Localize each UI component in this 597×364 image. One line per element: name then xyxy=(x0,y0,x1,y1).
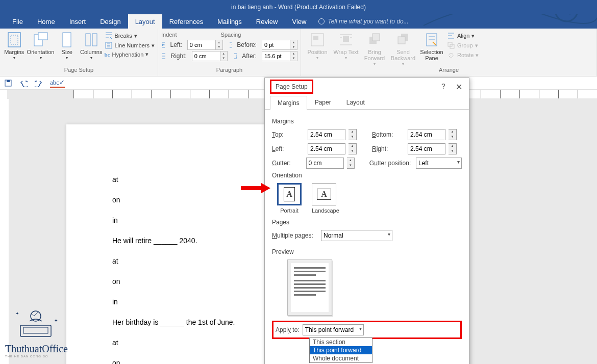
send-icon xyxy=(395,32,411,48)
selection-pane-button[interactable]: Selection Pane xyxy=(418,31,445,67)
apply-to-row: Apply to: xyxy=(272,321,462,339)
selpane-icon xyxy=(424,32,440,48)
dialog-tabs: Margins Paper Layout xyxy=(265,95,469,110)
svg-rect-2 xyxy=(11,35,18,44)
send-backward-button[interactable]: Send Backward▾ xyxy=(390,31,416,67)
tab-home[interactable]: Home xyxy=(30,14,62,29)
apply-opt-whole-document[interactable]: Whole document xyxy=(310,354,372,362)
orientation-landscape[interactable]: A Landscape xyxy=(312,183,339,214)
space-before-input[interactable]: ▲▼ xyxy=(262,40,297,50)
spin[interactable]: ▲▼ xyxy=(349,143,357,154)
redo-icon[interactable] xyxy=(35,79,43,87)
select-apply-to[interactable] xyxy=(303,324,364,335)
label-multi-pages: Multiple pages: xyxy=(272,232,318,239)
line-numbers-button[interactable]: Line Numbers ▾ xyxy=(105,41,155,49)
section-orientation: Orientation xyxy=(272,172,462,179)
window-title: in bai tieng anh - Word (Product Activat… xyxy=(231,4,366,11)
tab-review[interactable]: Review xyxy=(249,14,285,29)
linenum-icon xyxy=(105,41,113,49)
bring-forward-button[interactable]: Bring Forward▾ xyxy=(361,31,388,67)
svg-rect-6 xyxy=(86,34,90,46)
margins-icon xyxy=(6,32,22,48)
select-multi-pages[interactable] xyxy=(321,230,392,241)
spin[interactable]: ▲▼ xyxy=(347,158,355,169)
position-icon xyxy=(309,32,326,48)
input-right[interactable] xyxy=(408,143,445,154)
svg-rect-11 xyxy=(343,36,349,42)
dtab-layout[interactable]: Layout xyxy=(339,95,372,109)
help-icon[interactable]: ? xyxy=(438,82,449,90)
columns-button[interactable]: Columns▾ xyxy=(80,31,103,67)
arrange-small: Align ▾ Group ▾ Rotate ▾ xyxy=(447,31,479,67)
spin[interactable]: ▲▼ xyxy=(349,129,357,140)
align-button[interactable]: Align ▾ xyxy=(447,32,479,40)
save-icon[interactable] xyxy=(4,79,12,87)
tab-insert[interactable]: Insert xyxy=(62,14,93,29)
watermark-text: ThuthuatOffice xyxy=(5,343,92,355)
label-left: Left: xyxy=(272,145,305,152)
orientation-button[interactable]: Orientation▾ xyxy=(28,31,54,67)
align-icon xyxy=(447,32,455,40)
watermark-icon: ✦ ✦ xyxy=(5,305,66,341)
svg-rect-13 xyxy=(372,34,380,41)
space-after-input[interactable]: ▲▼ xyxy=(262,51,297,61)
bulb-icon xyxy=(318,18,325,24)
indent-right-input[interactable]: ▲▼ xyxy=(192,51,228,61)
svg-text:✦: ✦ xyxy=(15,311,19,316)
watermark: ✦ ✦ ThuthuatOffice THE HE DAN CONG SO xyxy=(5,305,92,358)
tab-mailings[interactable]: Mailings xyxy=(210,14,249,29)
tab-view[interactable]: View xyxy=(285,14,313,29)
apply-opt-this-point-forward[interactable]: This point forward xyxy=(310,346,372,354)
close-icon[interactable]: ✕ xyxy=(454,82,464,92)
callout-arrow xyxy=(240,182,271,194)
position-button[interactable]: Position▾ xyxy=(304,31,331,67)
dtab-margins[interactable]: Margins xyxy=(270,96,307,110)
svg-rect-22 xyxy=(23,327,48,333)
spellcheck-icon[interactable]: abc✓ xyxy=(50,79,65,88)
ribbon: Margins▾ Orientation▾ Size▾ Columns▾ Bre… xyxy=(0,29,597,76)
section-pages: Pages xyxy=(272,219,462,226)
apply-opt-this-section[interactable]: This section xyxy=(310,338,372,346)
breaks-icon xyxy=(105,32,113,40)
dialog-title: Page Setup xyxy=(270,80,313,94)
spin[interactable]: ▲▼ xyxy=(449,143,457,154)
dtab-paper[interactable]: Paper xyxy=(307,95,339,109)
input-left[interactable] xyxy=(308,143,345,154)
tab-design[interactable]: Design xyxy=(93,14,128,29)
indent-left-input[interactable]: ▲▼ xyxy=(187,40,223,50)
rotate-button[interactable]: Rotate ▾ xyxy=(447,51,479,59)
tab-file[interactable]: File xyxy=(5,14,30,29)
apply-to-dropdown: This section This point forward Whole do… xyxy=(309,337,372,363)
svg-rect-20 xyxy=(7,80,10,82)
undo-icon[interactable] xyxy=(19,79,28,87)
margins-button[interactable]: Margins▾ xyxy=(3,31,26,67)
select-gutter-pos[interactable] xyxy=(416,158,462,169)
wrap-icon xyxy=(338,32,354,48)
group-page-setup: Margins▾ Orientation▾ Size▾ Columns▾ Bre… xyxy=(0,29,158,76)
svg-rect-21 xyxy=(20,325,51,336)
group-icon xyxy=(447,41,455,49)
wrap-text-button[interactable]: Wrap Text▾ xyxy=(333,31,359,67)
orientation-portrait[interactable]: A Portrait xyxy=(277,183,302,214)
watermark-sub: THE HE DAN CONG SO xyxy=(5,355,92,358)
svg-rect-7 xyxy=(92,34,97,46)
orientation-icon xyxy=(33,32,49,48)
indent-left-icon xyxy=(161,41,165,49)
spin[interactable]: ▲▼ xyxy=(449,129,457,140)
rotate-icon xyxy=(447,51,455,59)
dialog-titlebar[interactable]: Page Setup ? ✕ xyxy=(265,78,469,95)
tab-layout[interactable]: Layout xyxy=(128,14,162,29)
hyphenation-button[interactable]: bc Hyphenation ▾ xyxy=(105,51,155,58)
breaks-button[interactable]: Breaks ▾ xyxy=(105,32,155,40)
tell-me[interactable]: Tell me what you want to do... xyxy=(313,14,413,29)
input-top[interactable] xyxy=(308,129,345,140)
size-button[interactable]: Size▾ xyxy=(56,31,79,67)
input-bottom[interactable] xyxy=(408,129,445,140)
input-gutter[interactable] xyxy=(306,158,344,169)
group-button[interactable]: Group ▾ xyxy=(447,41,479,49)
tab-references[interactable]: References xyxy=(162,14,210,29)
orientation-group: A Portrait A Landscape xyxy=(277,183,462,214)
label-gutter: Gutter: xyxy=(272,160,303,167)
ribbon-tabs: File Home Insert Design Layout Reference… xyxy=(0,14,597,29)
svg-rect-5 xyxy=(63,33,71,47)
